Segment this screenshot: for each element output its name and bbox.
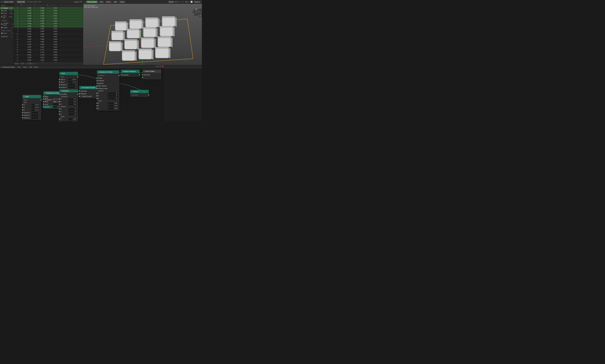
transform-ry-field[interactable]: 0° [68,111,77,113]
shade-sel-sock [79,93,80,94]
svg-rect-73 [139,50,151,59]
cube-size-y-field[interactable]: 0.36 m [31,106,40,108]
edge-count: 9.2K [9,10,13,12]
cube-vy-field[interactable]: 2 [31,114,40,116]
iop-sz-field[interactable]: 1.000 [108,107,118,109]
data-type-control-point[interactable]: Control Point 0 [0,22,13,26]
node-header-view[interactable]: View [17,66,21,68]
grid-sx-field[interactable]: 1.38 m [68,79,77,80]
object-mode-btn[interactable]: Object Mode [86,1,98,3]
iop-collapse[interactable]: ▾ [98,71,99,73]
realize-geo-sock-in [120,74,122,76]
cube-collapse[interactable]: ▾ [24,96,24,97]
instance-node[interactable]: ▾ Instance Geometry [130,90,149,97]
transform-ry-sock [59,111,60,112]
pin-icon: 📌 [80,1,82,3]
shade-collapse[interactable]: ▾ [80,87,81,88]
transform-node[interactable]: ▾ Transform Geometry Translation: X 0 m … [59,89,78,121]
add-menu[interactable]: Add [113,1,118,3]
vertex-label: Vertex [3,7,8,9]
grid-node[interactable]: ▾ Grid Mesh Size X 1.38 m Size Y 1.4 m [59,72,78,89]
sub-collapse[interactable]: ▾ [45,92,45,94]
grid-sizex-row: Size X 1.38 m [59,78,78,81]
node-editor: ● Geometry Nodes View Select Add Node ⊡ … [0,65,202,121]
data-type-point[interactable]: Point 0 [0,32,13,35]
transform-sy-row: Y 0.900 [59,120,78,121]
viewport-canvas[interactable]: User Perspective (66) apps | Plane.002 X… [83,4,202,65]
node-canvas[interactable]: ▾ Cube Mesh Size: X 0.44 m Y 0.36 m [0,69,164,121]
instance-on-points-node[interactable]: ▾ Instance on Points Instances Points Se… [97,70,119,110]
transform-geo-sock-in [59,94,60,95]
cube-node[interactable]: ▾ Cube Mesh Size: X 0.44 m Y 0.36 m [22,95,41,120]
zoom-tool-btn[interactable]: ⊕ [199,12,202,14]
shade-smooth-node[interactable]: ▾ Set Shade Smooth Geometry Selection ✓ … [79,86,98,98]
viewport-info: User Perspective (66) apps | Plane.002 [84,5,98,8]
transform-tz-field[interactable]: 0 m [68,103,77,105]
transform-tz-row: Z 0 m [59,103,78,105]
iop-rz-field[interactable]: 0° [108,98,118,99]
inst-collapse[interactable]: ▾ [132,91,132,92]
node-header-node[interactable]: Node [34,66,38,68]
cube-vx-field[interactable]: 2 [31,112,40,114]
transform-sx-field[interactable]: 1.020 [68,118,77,120]
cube-node-body: Mesh Size: X 0.44 m Y 0.36 m Z 0.1 [23,98,41,120]
transform-collapse[interactable]: ▾ [61,90,61,91]
shade-geo-row: Geometry [79,90,98,92]
perspective-label: User Perspective [84,5,98,7]
select-menu[interactable]: Select [105,1,112,3]
realize-collapse[interactable]: ▾ [122,71,123,72]
grid-sy-field[interactable]: 1.4 m [68,81,77,83]
table-row: 0 -0.898 -0.850 -0.051 [14,7,83,10]
transform-sy-field[interactable]: 0.900 [68,121,77,121]
cube-size-x-row: X 0.44 m [23,104,41,106]
iop-ry-field[interactable]: 0° [108,95,118,97]
transform-ty-field[interactable]: 0 m [68,101,77,103]
data-type-edge[interactable]: Edge 9.2K [0,9,13,12]
data-type-vertex[interactable]: Vertex 4.6K [0,7,13,9]
grid-collapse[interactable]: ▾ [61,73,61,74]
grid-vx-row: Vertices X 3 [59,83,78,86]
iop-rx-field[interactable]: 0° [108,92,118,94]
data-type-spline[interactable]: Spline 0 [0,26,13,29]
iop-sx-field[interactable]: 1.000 [108,102,118,104]
view-menu[interactable]: View [98,1,104,3]
grid-vx-field[interactable]: 3 [68,84,77,86]
shade-smooth-title: Set Shade Smooth [82,87,95,89]
group-output-collapse[interactable]: ▾ [144,71,144,72]
options-btn[interactable]: Options [193,1,201,3]
face-label: Face [3,13,7,14]
transform-sx-sock [59,118,60,119]
orientation-btn[interactable]: Global [168,1,174,3]
transform-tx-field[interactable]: 0 m [68,98,77,100]
instances-label: Instances [1,36,8,37]
grid-vy-field[interactable]: 4 [68,86,77,88]
iop-sy-field[interactable]: 1.000 [108,105,118,107]
data-type-face-corner[interactable]: Face Cor... 18.4K [0,15,13,19]
object-menu[interactable]: Object [119,1,126,3]
iop-idx-row: Instance Index [97,87,119,90]
cube-size-z-field[interactable]: 0.11 m [31,109,40,111]
transform-rx-field[interactable]: 0° [68,108,77,110]
group-output-node[interactable]: ▾ Group Output Geometry [143,69,161,79]
camera-tool-btn[interactable]: 📷 [199,14,202,17]
point-cloud-group-label: Point Cloud [0,29,13,32]
move-tool-btn[interactable]: ↕ [199,9,202,11]
iop-scale-label: Scale: [97,100,119,102]
transform-rot-label: Rotation: [59,105,78,108]
col-headers: X Y Z [14,4,83,7]
grid-vy-sock [59,87,60,88]
realize-instances-node[interactable]: ▾ Realize Instances Geometry [121,70,140,77]
face-corner-icon [1,16,2,17]
transform-rz-field[interactable]: 0° [68,113,77,115]
data-type-face[interactable]: Face 4.6K [0,12,13,15]
instance-title: Instance [132,91,139,92]
viewer-node-label[interactable]: Viewer Node [3,1,14,3]
cube-size-x-field[interactable]: 0.44 m [31,104,40,106]
svg-rect-75 [152,50,154,59]
node-header-add[interactable]: Add [29,66,32,68]
cube-vz-field[interactable]: 2 [31,117,40,119]
node-header-select[interactable]: Select [23,66,27,68]
svg-rect-77 [156,49,168,58]
svg-rect-41 [139,30,141,38]
spreadsheet-status: Rows: 4,632 | Columns: 1 [14,62,83,65]
